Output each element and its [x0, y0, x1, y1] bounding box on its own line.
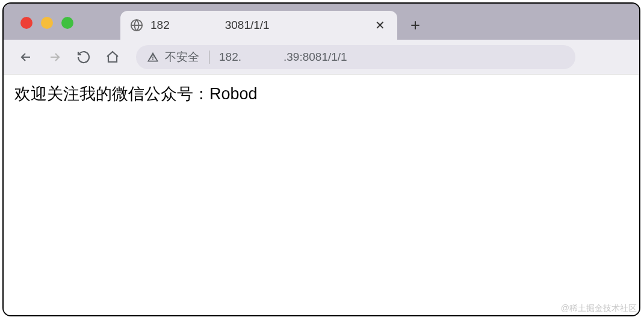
forward-button[interactable] [45, 47, 65, 67]
warning-icon [147, 51, 159, 63]
home-button[interactable] [102, 47, 123, 67]
arrow-left-icon [19, 50, 33, 64]
url-text: 182..39:8081/1/1 [219, 51, 347, 64]
home-icon [105, 50, 120, 64]
watermark: @稀土掘金技术社区 [561, 303, 637, 314]
tab-title-prefix: 182 [150, 19, 170, 31]
address-divider [209, 51, 209, 64]
url-mask [241, 51, 283, 63]
tab-title-mask [170, 20, 225, 32]
browser-window: 1823081/1/1 ✕ [2, 2, 640, 316]
toolbar: 不安全 182..39:8081/1/1 [4, 40, 639, 75]
arrow-right-icon [48, 50, 62, 64]
globe-icon [130, 19, 143, 32]
url-prefix: 182. [219, 51, 241, 64]
window-controls [20, 17, 73, 29]
address-bar[interactable]: 不安全 182..39:8081/1/1 [136, 45, 575, 69]
tabs-area: 1823081/1/1 ✕ [120, 4, 427, 40]
tab-bar: 1823081/1/1 ✕ [4, 4, 639, 40]
page-content: 欢迎关注我的微信公众号：Robod [4, 75, 639, 315]
tab-title: 1823081/1/1 [150, 19, 365, 32]
new-tab-button[interactable] [403, 11, 427, 40]
url-suffix: .39:8081/1/1 [283, 51, 347, 64]
close-tab-button[interactable]: ✕ [373, 18, 388, 32]
back-button[interactable] [16, 47, 36, 67]
page-body-text: 欢迎关注我的微信公众号：Robod [14, 83, 628, 105]
minimize-window-button[interactable] [41, 17, 53, 29]
plus-icon [409, 19, 421, 31]
tab-title-suffix: 3081/1/1 [225, 19, 270, 31]
browser-tab[interactable]: 1823081/1/1 ✕ [120, 11, 397, 40]
insecure-label: 不安全 [165, 49, 199, 65]
reload-icon [76, 50, 91, 64]
close-window-button[interactable] [20, 17, 33, 29]
maximize-window-button[interactable] [61, 17, 73, 29]
reload-button[interactable] [73, 47, 94, 67]
